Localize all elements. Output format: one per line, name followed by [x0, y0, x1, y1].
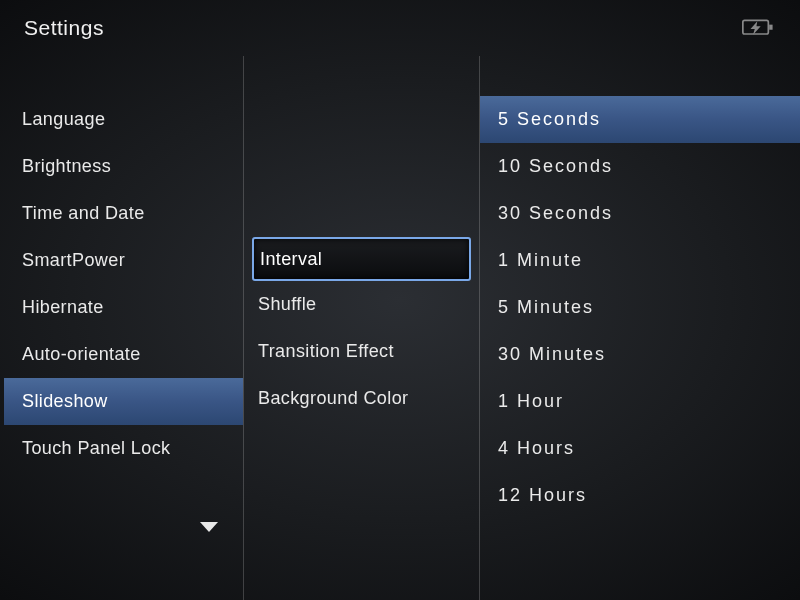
svg-marker-3: [200, 522, 218, 532]
interval-values-list: 5 Seconds 10 Seconds 30 Seconds 1 Minute…: [480, 56, 800, 600]
header: Settings: [0, 0, 800, 56]
value-4-hours[interactable]: 4 Hours: [480, 425, 800, 472]
category-auto-orientate[interactable]: Auto-orientate: [4, 331, 243, 378]
scroll-down-indicator[interactable]: [198, 520, 220, 538]
value-5-minutes[interactable]: 5 Minutes: [480, 284, 800, 331]
value-30-seconds[interactable]: 30 Seconds: [480, 190, 800, 237]
category-brightness[interactable]: Brightness: [4, 143, 243, 190]
category-touch-panel-lock[interactable]: Touch Panel Lock: [4, 425, 243, 472]
battery-charging-icon: [742, 17, 776, 39]
value-1-hour[interactable]: 1 Hour: [480, 378, 800, 425]
value-1-minute[interactable]: 1 Minute: [480, 237, 800, 284]
category-language[interactable]: Language: [4, 96, 243, 143]
item-label: Transition Effect: [258, 341, 394, 362]
item-label: 5 Seconds: [498, 109, 601, 130]
item-label: 1 Hour: [498, 391, 564, 412]
item-label: 10 Seconds: [498, 156, 613, 177]
value-5-seconds[interactable]: 5 Seconds: [480, 96, 800, 143]
item-label: 1 Minute: [498, 250, 583, 271]
item-label: Hibernate: [22, 297, 104, 318]
item-label: Touch Panel Lock: [22, 438, 171, 459]
item-label: Auto-orientate: [22, 344, 141, 365]
value-10-seconds[interactable]: 10 Seconds: [480, 143, 800, 190]
item-label: 4 Hours: [498, 438, 575, 459]
item-label: 30 Minutes: [498, 344, 606, 365]
option-interval[interactable]: Interval: [252, 237, 471, 281]
item-label: Shuffle: [258, 294, 317, 315]
svg-marker-2: [750, 21, 760, 35]
settings-columns: Language Brightness Time and Date SmartP…: [0, 56, 800, 600]
item-label: 12 Hours: [498, 485, 587, 506]
item-label: 5 Minutes: [498, 297, 594, 318]
option-transition-effect[interactable]: Transition Effect: [244, 328, 479, 375]
item-label: Background Color: [258, 388, 408, 409]
category-hibernate[interactable]: Hibernate: [4, 284, 243, 331]
item-label: Time and Date: [22, 203, 145, 224]
page-title: Settings: [24, 16, 104, 40]
slideshow-options-list: Interval Shuffle Transition Effect Backg…: [244, 56, 480, 600]
item-label: SmartPower: [22, 250, 125, 271]
option-shuffle[interactable]: Shuffle: [244, 281, 479, 328]
item-label: Brightness: [22, 156, 111, 177]
settings-category-list: Language Brightness Time and Date SmartP…: [4, 56, 244, 600]
item-label: Interval: [260, 249, 322, 270]
option-background-color[interactable]: Background Color: [244, 375, 479, 422]
value-30-minutes[interactable]: 30 Minutes: [480, 331, 800, 378]
spacer: [244, 96, 479, 237]
svg-rect-1: [769, 25, 772, 30]
item-label: Slideshow: [22, 391, 108, 412]
value-12-hours[interactable]: 12 Hours: [480, 472, 800, 519]
category-smartpower[interactable]: SmartPower: [4, 237, 243, 284]
item-label: 30 Seconds: [498, 203, 613, 224]
category-slideshow[interactable]: Slideshow: [4, 378, 243, 425]
category-time-and-date[interactable]: Time and Date: [4, 190, 243, 237]
item-label: Language: [22, 109, 105, 130]
